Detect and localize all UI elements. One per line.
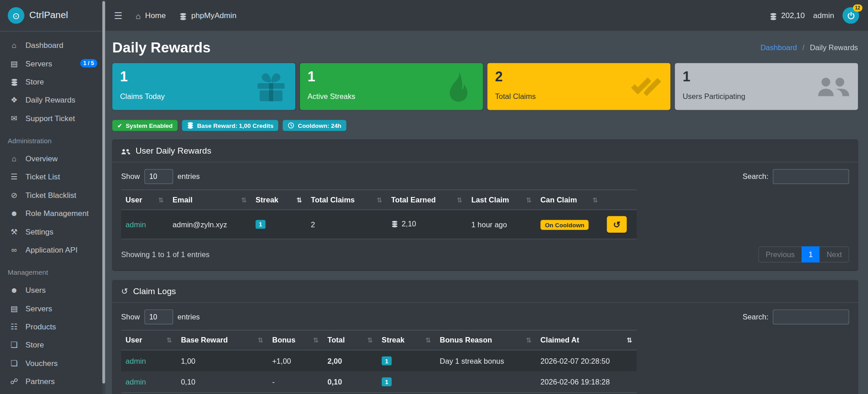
sliders-icon: ☷ — [8, 322, 20, 331]
breadcrumb-separator: / — [802, 44, 805, 52]
breadcrumb-dashboard-link[interactable]: Dashboard — [760, 44, 797, 52]
clock-icon — [288, 122, 294, 129]
column-header-total-claims[interactable]: Total Claims⇅ — [307, 190, 387, 210]
search-label: Search: — [743, 313, 768, 321]
sidebar-item-store-management[interactable]: ❑ Store — [0, 335, 105, 353]
username[interactable]: admin — [813, 11, 835, 20]
server-icon: ▤ — [8, 59, 20, 68]
cooldown-status-badge: On Cooldown — [541, 220, 589, 230]
gift-icon: ❖ — [8, 95, 20, 104]
column-header-total[interactable]: Total⇅ — [323, 330, 377, 350]
column-header-email[interactable]: Email⇅ — [168, 190, 251, 210]
user-link[interactable]: admin — [126, 220, 146, 228]
panel-title: Claim Logs — [133, 286, 176, 296]
streak-cell: 1 — [377, 350, 435, 371]
brand-logo-icon: ⊙ — [8, 7, 24, 24]
infinity-icon: ∞ — [8, 245, 20, 254]
column-header-user[interactable]: User⇅ — [121, 190, 168, 210]
reset-cooldown-button[interactable]: ↺ — [607, 216, 627, 233]
system-enabled-badge: ✔ System Enabled — [112, 120, 178, 131]
column-header-base-reward[interactable]: Base Reward⇅ — [176, 330, 268, 350]
sidebar-item-label: Role Management — [25, 209, 89, 218]
sidebar: ⊙ CtrlPanel ⌂ Dashboard ▤ Servers 1 / 5 … — [0, 0, 105, 394]
sidebar-item-ticket-blacklist[interactable]: ⊘ Ticket Blacklist — [0, 186, 105, 204]
coins-icon — [8, 77, 20, 86]
sidebar-toggle-button[interactable]: ☰ — [114, 9, 123, 21]
column-label: Streak — [382, 336, 404, 344]
column-header-bonus-reason[interactable]: Bonus Reason⇅ — [436, 330, 536, 350]
sidebar-item-vouchers[interactable]: ❏ Vouchers — [0, 354, 105, 372]
stat-card-total-claims: 2 Total Claims — [487, 63, 670, 110]
streak-badge: 1 — [382, 377, 392, 386]
sidebar-item-partners[interactable]: ☍ Partners — [0, 372, 105, 390]
column-header-streak[interactable]: Streak⇅ — [251, 190, 306, 210]
streak-badge: 1 — [382, 356, 392, 366]
sidebar-item-settings[interactable]: ⚒ Settings — [0, 222, 105, 240]
bonus-reason-cell: Day 1 streak bonus — [436, 350, 536, 371]
topnav-home-label: Home — [145, 11, 166, 20]
sort-icon: ⇅ — [425, 336, 431, 344]
sort-icon: ⇅ — [377, 196, 382, 204]
pagination-next[interactable]: Next — [820, 247, 849, 263]
brand[interactable]: ⊙ CtrlPanel — [0, 0, 105, 32]
sidebar-item-servers[interactable]: ▤ Servers 1 / 5 — [0, 54, 105, 72]
sidebar-item-daily-rewards[interactable]: ❖ Daily Rewards — [0, 91, 105, 109]
topbar-right: 202,10 admin 12 — [769, 7, 859, 24]
ticket-icon: ✉ — [8, 113, 20, 122]
column-label: Total Claims — [311, 196, 355, 204]
user-daily-rewards-panel: User Daily Rewards Show entries Search: — [112, 140, 858, 271]
sort-icon: ⇅ — [158, 196, 164, 204]
topnav-home-link[interactable]: ⌂ Home — [136, 11, 166, 20]
user-link[interactable]: admin — [126, 357, 146, 365]
sidebar-item-role-management[interactable]: ☻ Role Management — [0, 204, 105, 222]
fire-icon — [442, 70, 475, 103]
database-icon — [179, 11, 187, 20]
search-input[interactable] — [773, 169, 849, 184]
credits-display[interactable]: 202,10 — [769, 11, 805, 20]
user-link[interactable]: admin — [126, 378, 146, 386]
sidebar-item-users[interactable]: ☻ Users — [0, 281, 105, 299]
sidebar-scrollbar[interactable] — [102, 0, 105, 394]
sidebar-item-dashboard[interactable]: ⌂ Dashboard — [0, 36, 105, 54]
topnav-phpmyadmin-link[interactable]: phpMyAdmin — [179, 11, 237, 20]
user-menu-button[interactable]: 12 — [843, 7, 859, 24]
stat-cards: 1 Claims Today 1 Active Streaks — [112, 63, 858, 110]
column-header-total-earned[interactable]: Total Earned⇅ — [387, 190, 467, 210]
sidebar-item-products[interactable]: ☷ Products — [0, 317, 105, 335]
column-label: User — [126, 336, 142, 344]
column-header-last-claim[interactable]: Last Claim⇅ — [467, 190, 536, 210]
bonus-cell: - — [268, 371, 323, 393]
sidebar-item-support-ticket[interactable]: ✉ Support Ticket — [0, 109, 105, 127]
sidebar-item-servers-management[interactable]: ▤ Servers — [0, 299, 105, 317]
users-icon — [121, 146, 131, 156]
sidebar-item-application-api[interactable]: ∞ Application API — [0, 240, 105, 258]
home-icon: ⌂ — [8, 154, 20, 163]
panel-header: User Daily Rewards — [112, 140, 858, 163]
email-cell: admin@zyln.xyz — [168, 210, 251, 239]
column-label: Last Claim — [471, 196, 509, 204]
column-header-streak[interactable]: Streak⇅ — [377, 330, 435, 350]
pagination-page-1[interactable]: 1 — [802, 247, 820, 263]
page-title: Daily Rewards — [112, 39, 210, 56]
column-header-can-claim[interactable]: Can Claim⇅ — [536, 190, 602, 210]
page-length-input[interactable] — [144, 169, 173, 184]
sidebar-scrollbar-thumb[interactable] — [102, 1, 105, 383]
column-label: Bonus — [272, 336, 295, 344]
sidebar-item-overview[interactable]: ⌂ Overview — [0, 149, 105, 167]
column-header-claimed-at[interactable]: Claimed At⇅ — [536, 330, 637, 350]
sidebar-item-ticket-list[interactable]: ☰ Ticket List — [0, 168, 105, 186]
stat-card-claims-today: 1 Claims Today — [112, 63, 295, 110]
sidebar-item-store[interactable]: Store — [0, 72, 105, 90]
list-icon: ☰ — [8, 172, 20, 181]
page-length-input[interactable] — [144, 310, 173, 324]
user-slash-icon: ⊘ — [8, 190, 20, 199]
pagination-previous[interactable]: Previous — [759, 247, 802, 263]
stat-card-users-participating: 1 Users Participating — [675, 63, 858, 110]
sidebar-item-label: Ticket List — [25, 172, 60, 181]
coins-icon — [187, 122, 194, 129]
column-label: Can Claim — [541, 196, 577, 204]
tools-icon: ⚒ — [8, 227, 20, 236]
column-header-bonus[interactable]: Bonus⇅ — [268, 330, 323, 350]
search-input[interactable] — [773, 310, 849, 324]
column-header-user[interactable]: User⇅ — [121, 330, 176, 350]
